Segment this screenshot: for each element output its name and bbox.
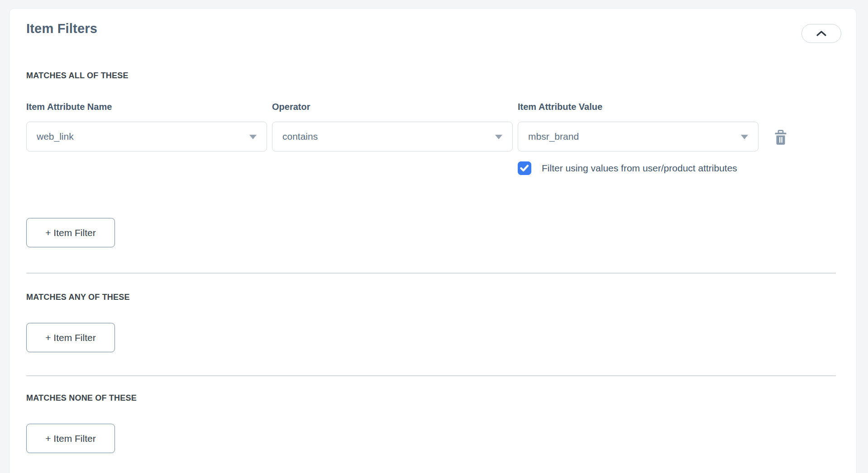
caret-down-icon	[249, 135, 257, 139]
caret-down-icon	[741, 135, 748, 139]
user-product-attributes-checkbox[interactable]	[518, 161, 531, 175]
matches-none-heading: MATCHES NONE OF THESE	[26, 393, 137, 403]
operator-select[interactable]: contains	[272, 122, 513, 151]
add-item-filter-button-all[interactable]: + Item Filter	[26, 218, 115, 247]
item-attribute-value-value: mbsr_brand	[528, 131, 579, 142]
item-attribute-name-value: web_link	[37, 131, 74, 142]
checkbox-label: Filter using values from user/product at…	[542, 163, 737, 174]
item-attribute-name-label: Item Attribute Name	[26, 102, 112, 112]
matches-any-heading: MATCHES ANY OF THESE	[26, 293, 130, 302]
caret-down-icon	[495, 135, 502, 139]
delete-filter-button[interactable]	[773, 129, 789, 147]
trash-icon	[774, 130, 787, 146]
collapse-panel-button[interactable]	[801, 24, 841, 43]
item-attribute-value-select[interactable]: mbsr_brand	[518, 122, 758, 151]
section-divider	[26, 375, 836, 376]
add-item-filter-button-none[interactable]: + Item Filter	[26, 424, 115, 453]
item-attribute-name-select[interactable]: web_link	[26, 122, 267, 151]
check-icon	[520, 165, 529, 172]
filter-values-checkbox-row: Filter using values from user/product at…	[518, 161, 737, 175]
chevron-up-icon	[816, 30, 827, 37]
page-title: Item Filters	[26, 21, 97, 36]
add-item-filter-button-any[interactable]: + Item Filter	[26, 323, 115, 352]
operator-value: contains	[282, 131, 318, 142]
matches-all-heading: MATCHES ALL OF THESE	[26, 71, 129, 80]
item-filters-panel: Item Filters MATCHES ALL OF THESE Item A…	[9, 8, 857, 473]
operator-label: Operator	[272, 102, 310, 112]
section-divider	[26, 273, 836, 274]
item-attribute-value-label: Item Attribute Value	[518, 102, 602, 112]
